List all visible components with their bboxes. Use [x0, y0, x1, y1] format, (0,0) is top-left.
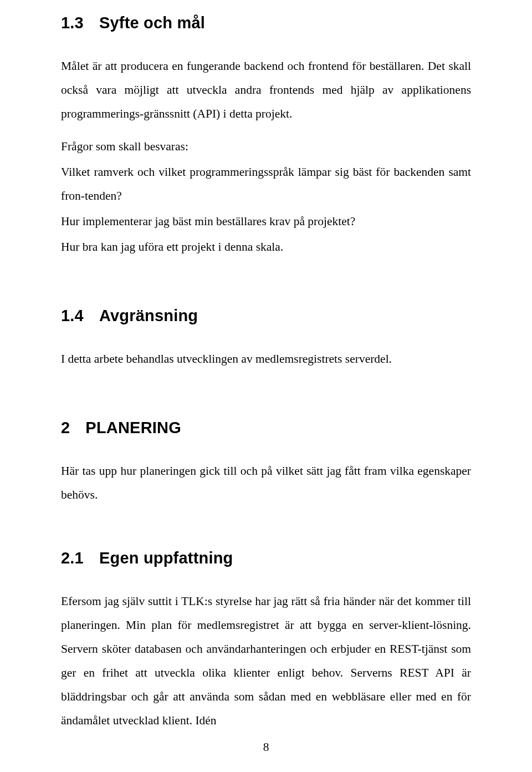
heading-number: 1.3 [61, 14, 84, 32]
question-item: Hur implementerar jag bäst min beställar… [61, 210, 471, 233]
heading-number: 1.4 [61, 307, 84, 324]
paragraph: Målet är att producera en fungerande bac… [61, 54, 471, 126]
heading-title: Syfte och mål [99, 14, 205, 32]
heading-2-1: 2.1Egen uppfattning [61, 549, 471, 567]
spacer [61, 507, 471, 549]
heading-number: 2.1 [61, 549, 84, 567]
spacer [61, 371, 471, 419]
heading-title: Avgränsning [99, 307, 198, 324]
heading-1-3: 1.3Syfte och mål [61, 14, 471, 32]
heading-title: Egen uppfattning [99, 549, 233, 567]
question-lead: Frågor som skall besvaras: [61, 135, 471, 159]
paragraph: Efersom jag själv suttit i TLK:s styrels… [61, 590, 471, 733]
heading-2: 2PLANERING [61, 419, 471, 437]
paragraph: Här tas upp hur planeringen gick till oc… [61, 459, 471, 507]
document-page: 1.3Syfte och mål Målet är att producera … [0, 0, 532, 772]
heading-title: PLANERING [85, 419, 181, 436]
heading-number: 2 [61, 419, 70, 436]
question-item: Vilket ramverk och vilket programmerings… [61, 160, 471, 208]
page-number: 8 [0, 740, 532, 754]
paragraph: I detta arbete behandlas utvecklingen av… [61, 347, 471, 371]
heading-1-4: 1.4Avgränsning [61, 307, 471, 325]
spacer [61, 259, 471, 307]
question-item: Hur bra kan jag uföra ett projekt i denn… [61, 235, 471, 259]
